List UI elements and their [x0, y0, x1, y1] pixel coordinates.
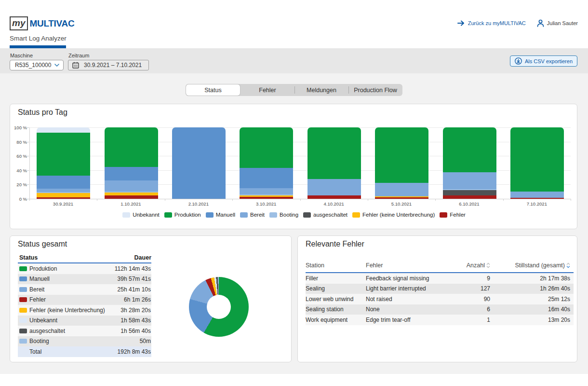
y-axis-label: 20 %: [8, 182, 27, 187]
error-cell: Filler: [306, 275, 366, 282]
legend-item: Bereit: [240, 212, 265, 218]
view-tabs: StatusFehlerMeldungenProduction Flow: [186, 84, 402, 96]
error-cell: 9: [430, 275, 490, 282]
toolbar: Maschine R535_100000 Zeitraum 30.9.2021 …: [0, 48, 588, 73]
view-tab-status[interactable]: Status: [186, 84, 240, 96]
x-axis-label: 4.10.2021: [300, 201, 368, 207]
legend-swatch: [240, 212, 248, 218]
error-cell: 13m 20s: [490, 317, 574, 323]
bar-segment-ausgeschaltet: [443, 190, 496, 195]
brand-logo: my MULTIVAC: [10, 16, 74, 30]
y-axis-label: 0 %: [8, 196, 27, 202]
status-row-total: Total192h 8m 43s: [18, 346, 151, 357]
stacked-bar[interactable]: [443, 127, 496, 199]
legend-swatch: [269, 212, 277, 218]
user-icon: [537, 19, 544, 27]
status-swatch: [19, 276, 27, 281]
x-axis-label: 3.10.2021: [232, 201, 300, 207]
status-swatch: [19, 339, 27, 344]
status-row-produktion: Produktion112h 14m 43s: [18, 263, 151, 274]
card-relevante-fehler: Relevante Fehler Station Fehler Anzahl S…: [297, 235, 577, 362]
user-name: Julian Sauter: [547, 20, 578, 26]
status-row-manuell: Manuell39h 57m 41s: [18, 274, 151, 285]
y-axis-label: 40 %: [8, 168, 27, 173]
bar-segment-manuell: [37, 176, 90, 188]
bar-segment-produktion: [443, 127, 496, 172]
bar-segment-fehler: [240, 197, 293, 199]
machine-select-value: R535_100000: [15, 62, 51, 69]
legend-swatch: [164, 212, 172, 218]
stacked-bar[interactable]: [510, 127, 564, 199]
status-swatch: [19, 329, 27, 333]
legend-swatch: [303, 212, 311, 218]
stacked-bar[interactable]: [105, 127, 158, 199]
period-label: Zeitraum: [68, 53, 89, 58]
status-table: Status Dauer Produktion112h 14m 43sManue…: [18, 254, 151, 357]
view-tab-fehler[interactable]: Fehler: [241, 84, 294, 96]
status-col-header: Status: [19, 254, 38, 261]
stillstand-col-header[interactable]: Stillstand (gesamt): [490, 262, 574, 269]
bar-segment-fku: [37, 193, 90, 197]
stacked-bar[interactable]: [375, 127, 428, 199]
legend-swatch: [206, 212, 214, 218]
stacked-bar[interactable]: [307, 127, 361, 199]
status-swatch: [19, 266, 27, 271]
export-csv-button[interactable]: Als CSV exportieren: [510, 55, 577, 67]
error-cell: Sealing station: [306, 306, 366, 313]
bar-segment-bereit: [105, 180, 158, 192]
bar-segment-manuell: [240, 168, 293, 188]
status-row-unbekannt: Unbekannt1h 58m 43s: [18, 316, 151, 326]
x-axis-label: 7.10.2021: [503, 201, 571, 207]
y-axis-label: 60 %: [8, 153, 27, 159]
view-tab-production-flow[interactable]: Production Flow: [348, 84, 402, 96]
error-cell: Work equipment: [306, 317, 366, 323]
period-input[interactable]: 30.9.2021 – 7.10.2021: [68, 60, 149, 70]
errors-table-title: Relevante Fehler: [306, 240, 364, 248]
bar-segment-fehler: [307, 195, 361, 199]
stacked-bar[interactable]: [240, 127, 293, 199]
legend-item: Fehler (keine Unterbrechung): [352, 212, 435, 218]
bar-segment-unbekannt: [37, 127, 90, 133]
station-col-header: Station: [306, 262, 366, 269]
chevron-down-icon: [54, 64, 59, 67]
anzahl-col-header[interactable]: Anzahl: [430, 262, 490, 269]
error-cell: 6: [430, 306, 490, 313]
tab-smart-log-analyzer[interactable]: Smart Log Analyzer: [10, 35, 67, 42]
error-cell: Light barrier interrupted: [366, 285, 430, 292]
stacked-bar[interactable]: [37, 127, 90, 199]
error-cell: 16m 40s: [490, 306, 574, 313]
sort-icon: [486, 262, 490, 268]
calendar-icon: [72, 62, 79, 69]
arrow-right-icon: [457, 20, 465, 26]
view-tab-meldungen[interactable]: Meldungen: [294, 84, 348, 96]
error-cell: Feedback signal missing: [366, 275, 430, 282]
status-row-fehler: Fehler6h 1m 26s: [18, 295, 151, 305]
y-axis-label: 100 %: [8, 125, 27, 130]
error-row: FillerFeedback signal missing92h 17m 38s: [306, 273, 574, 284]
stacked-bar[interactable]: [172, 127, 226, 199]
status-table-header: Status Dauer: [18, 254, 151, 263]
legend-item: Manuell: [206, 212, 235, 218]
back-link[interactable]: Zurück zu myMULTIVAC: [457, 20, 526, 26]
user-menu[interactable]: Julian Sauter: [537, 19, 578, 27]
bar-segment-bereit: [443, 172, 496, 189]
error-cell: 90: [430, 296, 490, 303]
y-axis-label: 80 %: [8, 139, 27, 145]
dauer-col-header: Dauer: [134, 254, 151, 261]
legend-item: Unbekannt: [122, 212, 160, 218]
download-icon: [515, 57, 522, 65]
legend-swatch: [122, 212, 130, 218]
legend-item: ausgeschaltet: [303, 212, 347, 218]
x-axis-label: 5.10.2021: [368, 201, 435, 207]
status-swatch: [19, 287, 27, 292]
status-table-title: Status gesamt: [18, 240, 67, 248]
error-cell: Edge trim tear-off: [366, 317, 430, 323]
error-cell: Sealing: [306, 285, 366, 292]
error-row: Lower web unwindNot raised9025m 12s: [306, 294, 574, 304]
error-cell: 2h 17m 38s: [490, 275, 574, 282]
chart-title: Status pro Tag: [18, 108, 67, 117]
legend-item: Booting: [269, 212, 298, 218]
machine-select[interactable]: R535_100000: [10, 60, 64, 70]
status-row-ausgeschaltet: ausgeschaltet1h 56m 40s: [18, 326, 151, 336]
errors-table: Station Fehler Anzahl Stillstand (gesamt…: [306, 262, 574, 325]
